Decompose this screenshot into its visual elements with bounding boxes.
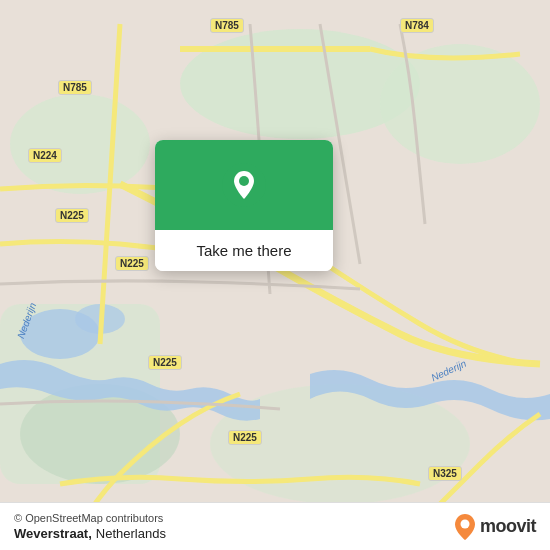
- take-me-there-button[interactable]: Take me there: [155, 230, 333, 271]
- road-label-n785-top: N785: [210, 18, 244, 33]
- svg-point-11: [460, 519, 469, 528]
- road-label-n225-left2: N225: [115, 256, 149, 271]
- location-pin-icon: [222, 163, 266, 207]
- svg-point-3: [380, 44, 540, 164]
- moovit-pin-icon: [454, 513, 476, 541]
- road-label-n784: N784: [400, 18, 434, 33]
- road-label-n325: N325: [428, 466, 462, 481]
- moovit-logo-text: moovit: [480, 516, 536, 537]
- map-container: N785 N784 N785 N224 N225 N225 N225 N225 …: [0, 0, 550, 550]
- popup-top-area: [155, 140, 333, 230]
- road-label-n224: N224: [28, 148, 62, 163]
- road-label-n225-bottom: N225: [148, 355, 182, 370]
- copyright-label: © OpenStreetMap contributors: [14, 512, 163, 524]
- road-label-n785-left: N785: [58, 80, 92, 95]
- location-country: Netherlands: [96, 526, 166, 541]
- popup-card: Take me there: [155, 140, 333, 271]
- location-name: Weverstraat,: [14, 526, 92, 541]
- copyright-text: © OpenStreetMap contributors: [14, 512, 166, 524]
- svg-point-10: [239, 176, 249, 186]
- bottom-bar: © OpenStreetMap contributors Weverstraat…: [0, 502, 550, 550]
- road-label-n225-bottom2: N225: [228, 430, 262, 445]
- moovit-logo: moovit: [454, 513, 536, 541]
- svg-point-2: [10, 94, 150, 194]
- road-label-n225-mid: N225: [55, 208, 89, 223]
